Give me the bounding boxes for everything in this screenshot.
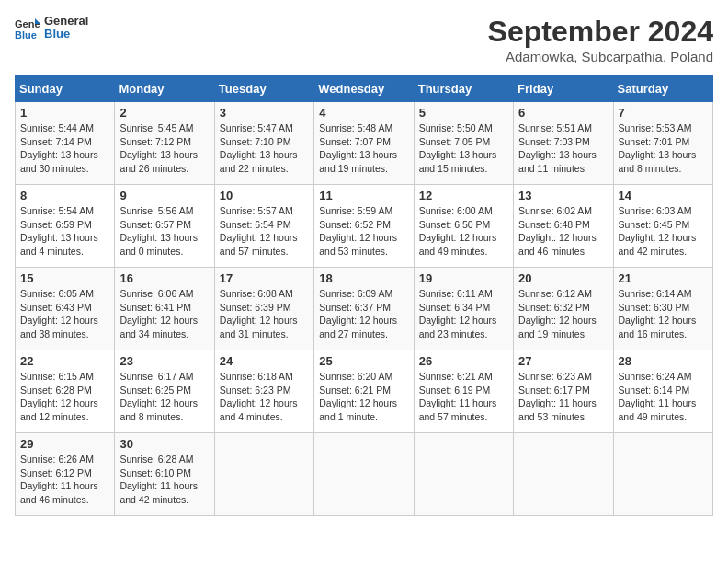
day-number: 6 xyxy=(518,106,608,120)
day-number: 3 xyxy=(220,106,309,120)
calendar-cell: 23Sunrise: 6:17 AM Sunset: 6:25 PM Dayli… xyxy=(115,350,214,433)
calendar-week-row: 1Sunrise: 5:44 AM Sunset: 7:14 PM Daylig… xyxy=(16,102,713,185)
svg-text:Blue: Blue xyxy=(15,29,37,40)
cell-info: Sunrise: 6:03 AM Sunset: 6:45 PM Dayligh… xyxy=(619,204,708,259)
day-header-saturday: Saturday xyxy=(613,76,712,102)
calendar-cell xyxy=(613,433,712,516)
calendar-cell xyxy=(214,433,313,516)
day-number: 30 xyxy=(119,437,209,451)
calendar-cell xyxy=(514,433,613,516)
day-number: 4 xyxy=(319,106,408,120)
cell-info: Sunrise: 6:20 AM Sunset: 6:21 PM Dayligh… xyxy=(319,370,408,424)
day-number: 7 xyxy=(619,106,708,120)
calendar-cell xyxy=(414,433,513,516)
day-header-monday: Monday xyxy=(115,76,214,102)
day-header-thursday: Thursday xyxy=(414,76,513,102)
logo-line2: Blue xyxy=(44,28,88,40)
cell-info: Sunrise: 6:11 AM Sunset: 6:34 PM Dayligh… xyxy=(419,287,508,341)
calendar-cell: 21Sunrise: 6:14 AM Sunset: 6:30 PM Dayli… xyxy=(613,268,712,350)
calendar-cell: 6Sunrise: 5:51 AM Sunset: 7:03 PM Daylig… xyxy=(514,102,613,185)
calendar-cell: 11Sunrise: 5:59 AM Sunset: 6:52 PM Dayli… xyxy=(314,185,414,268)
cell-info: Sunrise: 5:54 AM Sunset: 6:59 PM Dayligh… xyxy=(20,204,109,259)
cell-info: Sunrise: 6:12 AM Sunset: 6:32 PM Dayligh… xyxy=(518,287,608,341)
calendar-cell: 7Sunrise: 5:53 AM Sunset: 7:01 PM Daylig… xyxy=(613,102,712,185)
day-number: 13 xyxy=(518,189,608,202)
day-number: 20 xyxy=(518,271,608,285)
calendar-cell: 19Sunrise: 6:11 AM Sunset: 6:34 PM Dayli… xyxy=(414,268,513,350)
calendar-week-row: 8Sunrise: 5:54 AM Sunset: 6:59 PM Daylig… xyxy=(16,185,713,268)
calendar-cell: 4Sunrise: 5:48 AM Sunset: 7:07 PM Daylig… xyxy=(314,102,414,185)
calendar-cell: 18Sunrise: 6:09 AM Sunset: 6:37 PM Dayli… xyxy=(314,268,414,350)
cell-info: Sunrise: 6:18 AM Sunset: 6:23 PM Dayligh… xyxy=(220,370,309,424)
cell-info: Sunrise: 5:59 AM Sunset: 6:52 PM Dayligh… xyxy=(319,204,408,259)
day-number: 10 xyxy=(220,189,309,202)
cell-info: Sunrise: 5:45 AM Sunset: 7:12 PM Dayligh… xyxy=(119,121,209,176)
calendar-table: SundayMondayTuesdayWednesdayThursdayFrid… xyxy=(15,75,713,516)
day-number: 8 xyxy=(20,189,109,202)
calendar-cell: 3Sunrise: 5:47 AM Sunset: 7:10 PM Daylig… xyxy=(214,102,313,185)
calendar-cell: 10Sunrise: 5:57 AM Sunset: 6:54 PM Dayli… xyxy=(214,185,313,268)
day-header-sunday: Sunday xyxy=(16,76,115,102)
cell-info: Sunrise: 5:48 AM Sunset: 7:07 PM Dayligh… xyxy=(319,121,408,176)
calendar-body: 1Sunrise: 5:44 AM Sunset: 7:14 PM Daylig… xyxy=(16,102,713,516)
day-number: 24 xyxy=(220,354,309,368)
day-number: 5 xyxy=(419,106,508,120)
cell-info: Sunrise: 5:44 AM Sunset: 7:14 PM Dayligh… xyxy=(20,121,109,176)
day-number: 23 xyxy=(119,354,209,368)
calendar-header-row: SundayMondayTuesdayWednesdayThursdayFrid… xyxy=(16,76,713,102)
calendar-cell: 16Sunrise: 6:06 AM Sunset: 6:41 PM Dayli… xyxy=(115,268,214,350)
calendar-cell: 26Sunrise: 6:21 AM Sunset: 6:19 PM Dayli… xyxy=(414,350,513,433)
location-subtitle: Adamowka, Subcarpathia, Poland xyxy=(488,49,713,64)
cell-info: Sunrise: 6:08 AM Sunset: 6:39 PM Dayligh… xyxy=(220,287,309,341)
day-number: 25 xyxy=(319,354,408,368)
day-number: 22 xyxy=(20,354,109,368)
cell-info: Sunrise: 6:14 AM Sunset: 6:30 PM Dayligh… xyxy=(619,287,708,341)
day-number: 19 xyxy=(419,271,508,285)
calendar-cell: 30Sunrise: 6:28 AM Sunset: 6:10 PM Dayli… xyxy=(115,433,214,516)
cell-info: Sunrise: 5:51 AM Sunset: 7:03 PM Dayligh… xyxy=(518,121,608,176)
calendar-cell: 5Sunrise: 5:50 AM Sunset: 7:05 PM Daylig… xyxy=(414,102,513,185)
cell-info: Sunrise: 6:00 AM Sunset: 6:50 PM Dayligh… xyxy=(419,204,508,259)
cell-info: Sunrise: 6:21 AM Sunset: 6:19 PM Dayligh… xyxy=(419,370,508,424)
day-number: 26 xyxy=(419,354,508,368)
day-number: 17 xyxy=(220,271,309,285)
month-title: September 2024 xyxy=(488,15,713,49)
calendar-cell xyxy=(314,433,414,516)
calendar-week-row: 29Sunrise: 6:26 AM Sunset: 6:12 PM Dayli… xyxy=(16,433,713,516)
day-header-tuesday: Tuesday xyxy=(214,76,313,102)
logo: General Blue General Blue xyxy=(15,15,88,41)
calendar-cell: 8Sunrise: 5:54 AM Sunset: 6:59 PM Daylig… xyxy=(16,185,115,268)
calendar-cell: 24Sunrise: 6:18 AM Sunset: 6:23 PM Dayli… xyxy=(214,350,313,433)
cell-info: Sunrise: 6:28 AM Sunset: 6:10 PM Dayligh… xyxy=(119,453,209,507)
calendar-cell: 13Sunrise: 6:02 AM Sunset: 6:48 PM Dayli… xyxy=(514,185,613,268)
header: General Blue General Blue September 2024… xyxy=(15,15,713,64)
cell-info: Sunrise: 5:47 AM Sunset: 7:10 PM Dayligh… xyxy=(220,121,309,176)
day-number: 14 xyxy=(619,189,708,202)
cell-info: Sunrise: 6:09 AM Sunset: 6:37 PM Dayligh… xyxy=(319,287,408,341)
calendar-cell: 25Sunrise: 6:20 AM Sunset: 6:21 PM Dayli… xyxy=(314,350,414,433)
day-number: 16 xyxy=(119,271,209,285)
calendar-cell: 27Sunrise: 6:23 AM Sunset: 6:17 PM Dayli… xyxy=(514,350,613,433)
cell-info: Sunrise: 6:15 AM Sunset: 6:28 PM Dayligh… xyxy=(20,370,109,424)
calendar-cell: 12Sunrise: 6:00 AM Sunset: 6:50 PM Dayli… xyxy=(414,185,513,268)
calendar-week-row: 15Sunrise: 6:05 AM Sunset: 6:43 PM Dayli… xyxy=(16,268,713,350)
day-number: 2 xyxy=(119,106,209,120)
calendar-cell: 17Sunrise: 6:08 AM Sunset: 6:39 PM Dayli… xyxy=(214,268,313,350)
day-number: 11 xyxy=(319,189,408,202)
day-header-wednesday: Wednesday xyxy=(314,76,414,102)
calendar-cell: 29Sunrise: 6:26 AM Sunset: 6:12 PM Dayli… xyxy=(16,433,115,516)
cell-info: Sunrise: 6:05 AM Sunset: 6:43 PM Dayligh… xyxy=(20,287,109,341)
cell-info: Sunrise: 6:23 AM Sunset: 6:17 PM Dayligh… xyxy=(518,370,608,424)
calendar-cell: 2Sunrise: 5:45 AM Sunset: 7:12 PM Daylig… xyxy=(115,102,214,185)
calendar-cell: 15Sunrise: 6:05 AM Sunset: 6:43 PM Dayli… xyxy=(16,268,115,350)
day-number: 1 xyxy=(20,106,109,120)
calendar-cell: 14Sunrise: 6:03 AM Sunset: 6:45 PM Dayli… xyxy=(613,185,712,268)
cell-info: Sunrise: 5:56 AM Sunset: 6:57 PM Dayligh… xyxy=(119,204,209,259)
calendar-cell: 28Sunrise: 6:24 AM Sunset: 6:14 PM Dayli… xyxy=(613,350,712,433)
calendar-week-row: 22Sunrise: 6:15 AM Sunset: 6:28 PM Dayli… xyxy=(16,350,713,433)
logo-icon: General Blue xyxy=(15,15,40,40)
day-number: 21 xyxy=(619,271,708,285)
cell-info: Sunrise: 6:24 AM Sunset: 6:14 PM Dayligh… xyxy=(619,370,708,424)
cell-info: Sunrise: 6:26 AM Sunset: 6:12 PM Dayligh… xyxy=(20,453,109,507)
calendar-cell: 22Sunrise: 6:15 AM Sunset: 6:28 PM Dayli… xyxy=(16,350,115,433)
